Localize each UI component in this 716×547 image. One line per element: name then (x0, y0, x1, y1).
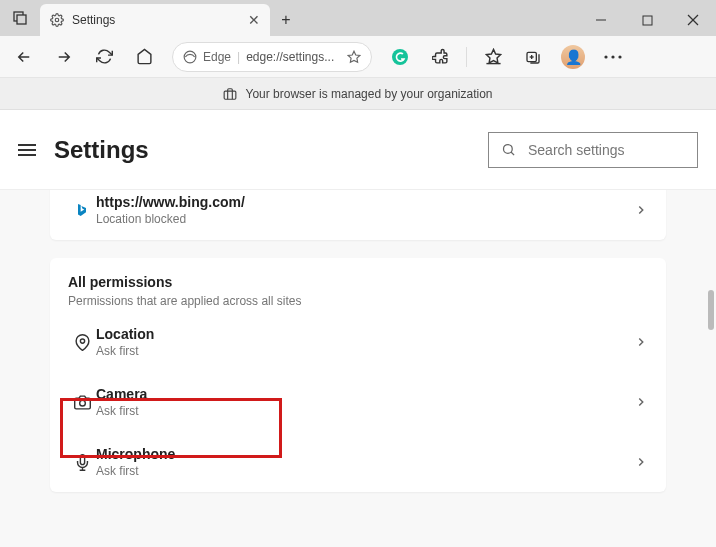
recent-site-row[interactable]: https://www.bing.com/ Location blocked (50, 190, 666, 240)
recent-site-status: Location blocked (96, 212, 245, 226)
svg-rect-1 (17, 15, 26, 24)
profile-button[interactable]: 👤 (555, 39, 591, 75)
refresh-button[interactable] (86, 39, 122, 75)
location-icon (68, 334, 96, 351)
briefcase-icon (223, 87, 237, 101)
svg-marker-8 (348, 51, 360, 62)
maximize-button[interactable] (624, 4, 670, 36)
settings-header: Settings Search settings (0, 110, 716, 190)
menu-button[interactable] (18, 144, 36, 156)
svg-rect-18 (225, 91, 237, 99)
svg-point-15 (604, 55, 607, 58)
microphone-icon (68, 454, 96, 471)
address-url: edge://settings... (246, 50, 341, 64)
tab-actions-button[interactable] (0, 0, 40, 36)
svg-point-17 (618, 55, 621, 58)
permission-microphone[interactable]: Microphone Ask first (50, 432, 666, 492)
permission-title: Microphone (96, 446, 175, 462)
section-title: All permissions (68, 274, 648, 290)
search-input[interactable]: Search settings (488, 132, 698, 168)
permission-title: Camera (96, 386, 147, 402)
svg-rect-4 (643, 16, 652, 25)
gear-icon (50, 13, 64, 27)
edge-logo-icon (183, 50, 197, 64)
section-subtitle: Permissions that are applied across all … (68, 294, 648, 308)
all-permissions-card: All permissions Permissions that are app… (50, 258, 666, 492)
new-tab-button[interactable]: + (270, 4, 302, 36)
svg-point-21 (80, 338, 84, 342)
permission-status: Ask first (96, 344, 154, 358)
page-title: Settings (54, 136, 149, 164)
tab-title: Settings (72, 13, 115, 27)
permission-status: Ask first (96, 404, 147, 418)
svg-point-16 (611, 55, 614, 58)
svg-marker-10 (486, 49, 500, 62)
toolbar: Edge | edge://settings... 👤 (0, 36, 716, 78)
managed-infobar: Your browser is managed by your organiza… (0, 78, 716, 110)
content-area: https://www.bing.com/ Location blocked A… (0, 190, 716, 547)
scrollbar-thumb[interactable] (708, 290, 714, 330)
extensions-button[interactable] (422, 39, 458, 75)
permission-title: Location (96, 326, 154, 342)
chevron-right-icon (634, 203, 648, 217)
titlebar: Settings ✕ + (0, 0, 716, 36)
browser-tab[interactable]: Settings ✕ (40, 4, 270, 36)
infobar-text: Your browser is managed by your organiza… (245, 87, 492, 101)
svg-point-9 (392, 49, 408, 65)
address-identity: Edge (203, 50, 231, 64)
search-placeholder: Search settings (528, 142, 625, 158)
svg-point-22 (79, 400, 85, 406)
svg-line-20 (511, 152, 514, 155)
chevron-right-icon (634, 395, 648, 409)
close-tab-icon[interactable]: ✕ (248, 12, 260, 28)
bing-icon (68, 202, 96, 218)
svg-point-19 (504, 145, 513, 154)
camera-icon (68, 394, 96, 411)
address-bar[interactable]: Edge | edge://settings... (172, 42, 372, 72)
chevron-right-icon (634, 335, 648, 349)
more-button[interactable] (595, 39, 631, 75)
forward-button[interactable] (46, 39, 82, 75)
back-button[interactable] (6, 39, 42, 75)
collections-button[interactable] (515, 39, 551, 75)
extension-grammarly-icon[interactable] (382, 39, 418, 75)
permission-location[interactable]: Location Ask first (50, 312, 666, 372)
recent-site-url: https://www.bing.com/ (96, 194, 245, 210)
close-window-button[interactable] (670, 4, 716, 36)
home-button[interactable] (126, 39, 162, 75)
all-permissions-header: All permissions Permissions that are app… (50, 258, 666, 312)
recent-activity-card: https://www.bing.com/ Location blocked (50, 190, 666, 240)
chevron-right-icon (634, 455, 648, 469)
minimize-button[interactable] (578, 4, 624, 36)
search-icon (501, 142, 516, 157)
favorite-icon[interactable] (347, 50, 361, 64)
favorites-button[interactable] (475, 39, 511, 75)
permission-camera[interactable]: Camera Ask first (50, 372, 666, 432)
permission-status: Ask first (96, 464, 175, 478)
svg-point-2 (55, 18, 59, 22)
